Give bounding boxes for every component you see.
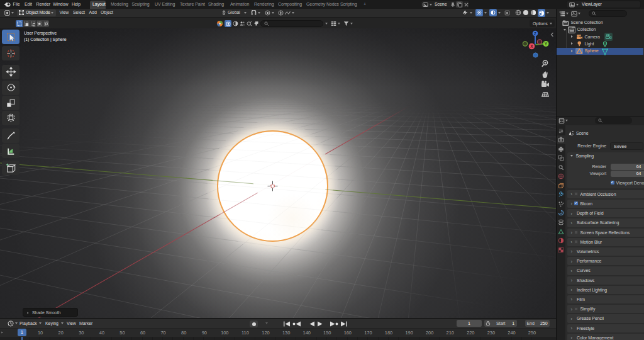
svg-text:Y: Y — [545, 42, 548, 46]
svg-text:X: X — [530, 44, 533, 48]
svg-text:Z: Z — [534, 31, 536, 36]
